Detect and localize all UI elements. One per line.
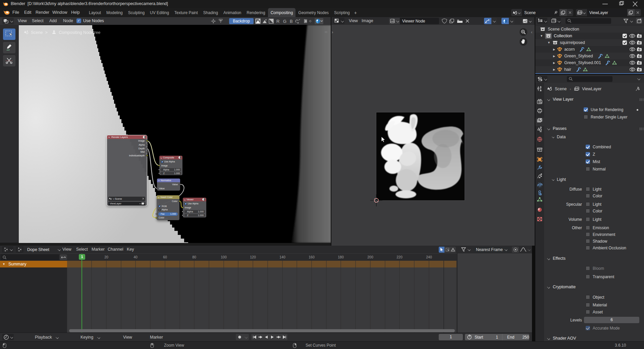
svg-text:200: 200 xyxy=(367,255,373,259)
svg-text:120: 120 xyxy=(250,255,256,259)
svg-text:60: 60 xyxy=(163,255,167,259)
svg-text:180: 180 xyxy=(338,255,344,259)
svg-text:240: 240 xyxy=(426,255,432,259)
svg-text:40: 40 xyxy=(133,255,138,259)
svg-text:80: 80 xyxy=(192,255,196,259)
svg-text:20: 20 xyxy=(104,255,108,259)
svg-text:220: 220 xyxy=(396,255,402,259)
svg-text:100: 100 xyxy=(221,255,227,259)
svg-text:160: 160 xyxy=(309,255,315,259)
svg-text:140: 140 xyxy=(279,255,285,259)
